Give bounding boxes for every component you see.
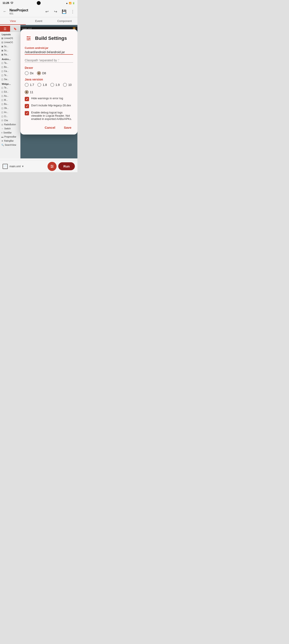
- java-18-label: 1.8: [42, 83, 47, 86]
- wifi-icon: ▲: [66, 2, 68, 4]
- sidebar-item-sw[interactable]: ◫ Sw...: [0, 77, 20, 81]
- checkbox-group: ✓ Hide warnings in error log ✓ Don't inc…: [25, 97, 73, 120]
- java-17-radio[interactable]: [25, 83, 28, 87]
- dexer-d8-option[interactable]: D8: [37, 71, 46, 75]
- tab-bar: View Event Component: [0, 17, 77, 25]
- sidebar-item-widget-te[interactable]: ◫ Te...: [0, 86, 20, 90]
- java-11-radio[interactable]: [25, 90, 28, 94]
- sidebar-item-ca[interactable]: ◫ Ca...: [0, 69, 20, 73]
- linearv-icon: ▥: [1, 41, 3, 44]
- undo-button[interactable]: ↩: [44, 8, 50, 15]
- classpath-input[interactable]: [25, 58, 73, 63]
- java-version-radio-group: 1.7 1.8 1.9 10: [25, 83, 73, 94]
- java-version-label: Java version: [25, 78, 73, 81]
- sidebar-item-linearv[interactable]: ▥ Linear(V): [0, 40, 20, 44]
- sidebar-item-widget-ci[interactable]: ◫ Ci...: [0, 114, 20, 118]
- sidebar-item-searchview[interactable]: 🔍 SearchView: [0, 143, 20, 147]
- java-17-option[interactable]: 1.7: [25, 83, 34, 87]
- sc1-icon: ▣: [1, 45, 3, 48]
- hide-warnings-check: ✓: [26, 98, 28, 101]
- dialog-overlay: Build Settings Custom android.jar Dexer: [20, 25, 77, 158]
- sidebar-item-sc2[interactable]: ▣ Sc...: [0, 48, 20, 52]
- sc2-icon: ▣: [1, 49, 3, 52]
- sidebar-item-bo[interactable]: ◫ Bo...: [0, 65, 20, 69]
- svg-point-3: [27, 36, 28, 38]
- app-toolbar: ← NewProject 601 ↩ ↪ 💾 ⋮: [0, 6, 77, 17]
- sidebar-item-widget-bu[interactable]: ◫ Bu...: [0, 102, 20, 106]
- svg-point-11: [51, 167, 52, 168]
- dropdown-icon[interactable]: ▼: [21, 165, 24, 168]
- dialog-actions: Cancel Save: [25, 125, 73, 130]
- sidebar-tab-active[interactable]: ☰: [0, 26, 10, 32]
- checkbox-no-http-legacy[interactable]: ✓ Don't include http-legacy-28.dex: [25, 104, 73, 108]
- java-19-option[interactable]: 1.9: [50, 83, 59, 87]
- ra-icon: ▣: [1, 54, 3, 56]
- dexer-dx-option[interactable]: Dx: [25, 71, 33, 75]
- tab-view[interactable]: View: [0, 17, 26, 25]
- custom-jar-label: Custom android.jar: [25, 46, 73, 50]
- java-10-radio[interactable]: [63, 83, 67, 87]
- sidebar-item-switch[interactable]: ↔ Switch: [0, 126, 20, 131]
- java-10-option[interactable]: 10: [63, 83, 72, 87]
- checkbox-hide-warnings[interactable]: ✓ Hide warnings in error log: [25, 97, 73, 101]
- checkbox-enable-logcat[interactable]: ✓ Enable debug logcat logs viewable in L…: [25, 111, 73, 120]
- sidebar-section-layouts: Layouts: [0, 32, 20, 36]
- java-10-label: 10: [68, 83, 72, 86]
- sidebar-item-widget-im[interactable]: ◫ Im...: [0, 110, 20, 114]
- sidebar-item-te[interactable]: ◫ Te...: [0, 73, 20, 77]
- project-name: NewProject: [9, 8, 42, 12]
- sidebar-item-linearh[interactable]: ▦ Linear(H): [0, 36, 20, 40]
- toolbar-icons: ↩ ↪ 💾 ⋮: [44, 8, 76, 15]
- java-11-option[interactable]: 11: [25, 90, 33, 94]
- build-settings-icon: [25, 34, 32, 42]
- hide-warnings-label: Hide warnings in error log: [31, 97, 63, 100]
- sidebar-item-radiobutton[interactable]: ◎ RadioButton: [0, 122, 20, 126]
- java-18-option[interactable]: 1.8: [37, 83, 47, 87]
- sidebar-item-widget-au[interactable]: ◫ Au...: [0, 94, 20, 98]
- more-button[interactable]: ⋮: [70, 8, 76, 15]
- sidebar-item-seekbar[interactable]: ≡ SeekBar: [0, 131, 20, 135]
- status-bar: 11:25 🛡 ▲ 📶 🔋: [0, 0, 77, 6]
- cancel-button[interactable]: Cancel: [43, 125, 57, 130]
- dexer-label: Dexer: [25, 66, 73, 70]
- custom-jar-input[interactable]: [25, 50, 73, 55]
- classpath-field: [25, 58, 73, 63]
- java-11-label: 11: [30, 90, 33, 94]
- phone-screen-area: main.xml 📶 📶 🔋 1:37 Toolbar: [20, 25, 77, 158]
- save-button[interactable]: 💾: [61, 8, 67, 15]
- svg-point-5: [27, 40, 28, 40]
- run-button[interactable]: Run: [58, 162, 75, 170]
- sidebar-item-sc1[interactable]: ▣ Sc...: [0, 44, 20, 48]
- tab-event[interactable]: Event: [26, 17, 52, 25]
- sidebar-item-ratingbar[interactable]: ★ RatingBar: [0, 139, 20, 143]
- sidebar-tab-bookmark[interactable]: 🔖: [10, 26, 20, 32]
- save-button[interactable]: Save: [62, 125, 73, 130]
- sidebar-item-widget-ok[interactable]: ◫ Ok...: [0, 106, 20, 110]
- java-18-radio[interactable]: [37, 83, 41, 87]
- sidebar-section-widget: Widge...: [0, 81, 20, 86]
- sidebar-item-ta[interactable]: ◫ Ta...: [0, 61, 20, 65]
- camera-notch: [37, 1, 41, 5]
- tune-button[interactable]: [47, 162, 56, 171]
- java-19-label: 1.9: [55, 83, 59, 86]
- dexer-d8-label: D8: [42, 72, 46, 75]
- sidebar-item-widget-ed[interactable]: ◫ Ed...: [0, 90, 20, 94]
- tab-component[interactable]: Component: [52, 17, 77, 25]
- hide-warnings-checkbox[interactable]: ✓: [25, 97, 29, 101]
- sidebar-item-progressbar[interactable]: ▬ ProgressBar: [0, 135, 20, 139]
- shield-icon: 🛡: [10, 2, 13, 4]
- svg-point-9: [51, 165, 52, 166]
- java-19-radio[interactable]: [50, 83, 54, 87]
- redo-button[interactable]: ↪: [52, 8, 58, 15]
- sidebar: ☰ 🔖 Layouts ▦ Linear(H) ▥ Linear(V) ▣ Sc…: [0, 25, 20, 158]
- no-http-legacy-checkbox[interactable]: ✓: [25, 104, 29, 108]
- sidebar-item-checkbox[interactable]: ☑ Che: [0, 118, 20, 122]
- dexer-d8-radio[interactable]: [37, 71, 41, 75]
- java-17-label: 1.7: [30, 83, 34, 86]
- sidebar-item-ra[interactable]: ▣ Ra...: [0, 52, 20, 56]
- svg-point-4: [29, 38, 30, 39]
- enable-logcat-checkbox[interactable]: ✓: [25, 111, 29, 115]
- back-button[interactable]: ←: [2, 8, 8, 15]
- dexer-dx-radio[interactable]: [25, 71, 28, 75]
- sidebar-item-widget-m[interactable]: ◫ M...: [0, 98, 20, 102]
